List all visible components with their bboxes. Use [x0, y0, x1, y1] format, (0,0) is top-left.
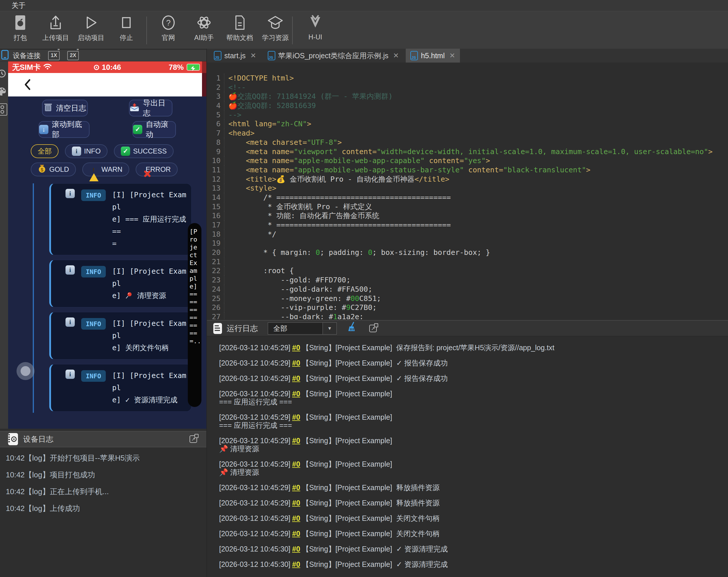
- log-ref-link[interactable]: #0: [290, 344, 302, 352]
- log-ref-link[interactable]: #0: [290, 514, 302, 522]
- run-log-entry: [2026-03-12 10:45:29]#0【String】[Project …: [219, 374, 728, 382]
- toolbar-divider: [292, 17, 293, 44]
- device-log-icon: [8, 433, 18, 445]
- run-log-entry: [2026-03-12 10:45:29]#0【String】[Project …: [219, 413, 728, 429]
- upload-icon: [48, 14, 63, 33]
- toolbar-button-help-docs[interactable]: 帮助文档: [223, 14, 257, 47]
- phone-button-scroll-bottom[interactable]: ↓滚动到底部: [38, 121, 89, 138]
- toolbar-label-h-ui: H-UI: [308, 33, 322, 41]
- code-line-23: 23 --gold: #FFD700;: [207, 275, 728, 285]
- log-ref-link[interactable]: #0: [290, 359, 302, 367]
- phone-button-auto-scroll[interactable]: ✓自动滚动: [132, 121, 176, 138]
- toolbar-button-stop[interactable]: 停止: [109, 14, 143, 47]
- filter-pill-gold[interactable]: $GOLD: [31, 163, 76, 176]
- palette-icon[interactable]: [0, 86, 7, 97]
- log-message: 释放插件资源: [396, 499, 440, 507]
- grad-cap-icon: [267, 14, 283, 33]
- log-source: 【String】[Project Example]: [302, 390, 392, 398]
- clear-log-broom-icon[interactable]: [347, 322, 357, 335]
- code-line-3: 3🍎交流QQ群: 711841924 (群一 - 苹果内测群): [207, 92, 728, 101]
- close-icon[interactable]: ✕: [251, 52, 256, 60]
- phone-button-export-log[interactable]: 导出日志: [129, 100, 173, 116]
- log-timestamp: [2026-03-12 10:45:29]: [219, 529, 290, 538]
- filter-pill-info[interactable]: iINFO: [65, 144, 107, 158]
- log-ref-link[interactable]: #0: [290, 437, 302, 445]
- toolbar-button-official-site[interactable]: ?官网: [152, 14, 185, 47]
- log-level-badge: INFO: [81, 318, 106, 330]
- toolbar-button-package[interactable]: 打包: [3, 14, 37, 47]
- back-chevron-icon[interactable]: [23, 78, 31, 92]
- run-log-filter-dropdown[interactable]: 全部 ▼: [268, 322, 337, 334]
- close-icon[interactable]: ✕: [393, 52, 399, 60]
- device-log-entry: 10:42【log】正在上传到手机...: [0, 483, 206, 500]
- tab-苹果iOS_project类综合应用示例.js[interactable]: 苹果iOS_project类综合应用示例.js✕: [263, 49, 404, 62]
- device-log-list: 10:42【log】开始打包项目--苹果H5演示10:42【log】项目打包成功…: [0, 449, 206, 517]
- filter-pill-success[interactable]: ✓SUCCESS: [114, 144, 174, 158]
- phone-button-clear-log[interactable]: 清空日志: [42, 100, 88, 116]
- log-timestamp: [2026-03-12 10:45:30]: [219, 560, 290, 568]
- log-ref-link[interactable]: #0: [290, 529, 302, 538]
- log-source: 【String】[Project Example]: [302, 529, 392, 538]
- tab-h5.html[interactable]: h5.html✕: [406, 49, 460, 62]
- devices-icon[interactable]: [0, 104, 7, 115]
- filter-pill-warn[interactable]: WARN: [82, 163, 129, 176]
- scale-2x-button[interactable]: 2X: [67, 51, 79, 60]
- phone-mirror[interactable]: 无SIM卡 ⊙ 10:46 78% 清空日志导出日志 ↓滚动到底部✓自动滚动 全…: [8, 61, 206, 429]
- log-source: 【String】[Project Example]: [302, 484, 392, 492]
- run-log-list[interactable]: [2026-03-12 10:45:29]#0【String】[Project …: [207, 337, 728, 577]
- svg-text:$: $: [41, 167, 44, 172]
- editor-tab-bar: start.js✕苹果iOS_project类综合应用示例.js✕h5.html…: [207, 49, 728, 62]
- log-timestamp: [2026-03-12 10:45:29]: [219, 437, 290, 445]
- money-icon: $: [38, 164, 46, 175]
- filter-pill-全部[interactable]: 全部: [31, 144, 58, 158]
- run-log-expand-icon[interactable]: [369, 325, 377, 332]
- toolbar-button-h-ui[interactable]: H-UI: [298, 14, 332, 47]
- log-ref-link[interactable]: #0: [290, 545, 302, 553]
- warn-icon: [89, 165, 99, 173]
- openai-icon: [196, 14, 212, 33]
- log-ref-link[interactable]: #0: [290, 390, 302, 398]
- menu-bar: 关于: [0, 0, 728, 11]
- scale-1x-button[interactable]: 1X: [48, 51, 60, 60]
- toolbar-button-start-project[interactable]: 启动项目: [74, 14, 108, 47]
- log-ref-link[interactable]: #0: [290, 460, 302, 468]
- log-ref-link[interactable]: #0: [290, 374, 302, 382]
- tab-start.js[interactable]: start.js✕: [209, 49, 261, 62]
- toolbar-label-upload-project: 上传项目: [42, 33, 69, 42]
- log-ref-link[interactable]: #0: [290, 484, 302, 492]
- toolbar-button-learning-resources[interactable]: 学习资源: [259, 14, 292, 47]
- log-timestamp: [2026-03-12 10:45:29]: [219, 460, 290, 468]
- history-icon[interactable]: [0, 68, 7, 79]
- filter-pill-error[interactable]: ERROR: [136, 163, 178, 176]
- battery-percent: 78%: [169, 63, 184, 72]
- log-ref-link[interactable]: #0: [290, 499, 302, 507]
- device-log-title: 设备日志: [23, 434, 53, 444]
- run-log-title: 运行日志: [227, 323, 258, 334]
- close-icon[interactable]: ✕: [449, 52, 455, 60]
- assistive-touch-button[interactable]: [17, 362, 34, 380]
- info-icon: i: [66, 318, 75, 327]
- log-source: 【String】[Project Example]: [302, 514, 392, 522]
- log-ref-link[interactable]: #0: [290, 413, 302, 421]
- phone-log-list[interactable]: iINFO[I] [Project Example] === 应用运行完成 ==…: [33, 183, 191, 413]
- log-timestamp: [2026-03-12 10:45:30]: [219, 545, 290, 553]
- device-log-expand-icon[interactable]: [189, 435, 197, 443]
- code-line-1: 1<!DOCTYPE html>: [207, 74, 728, 83]
- code-editor[interactable]: 1<!DOCTYPE html>2<!--3🍎交流QQ群: 711841924 …: [207, 62, 728, 319]
- battery-icon: [187, 64, 200, 71]
- phone-status-bar: 无SIM卡 ⊙ 10:46 78%: [8, 61, 206, 73]
- check-icon: ✓: [121, 146, 130, 156]
- menu-item-about[interactable]: 关于: [7, 1, 30, 10]
- log-timestamp: [2026-03-12 10:45:29]: [219, 359, 290, 367]
- log-ref-link[interactable]: #0: [290, 560, 302, 568]
- phone-log-card: iINFO[I] [Project Example] 清理资源: [49, 260, 191, 307]
- log-card-text: [I] [Project Example] 清理资源: [112, 265, 187, 302]
- play-icon: [84, 14, 98, 33]
- toolbar-label-official-site: 官网: [162, 33, 175, 42]
- toolbar-button-ai-assistant[interactable]: AI助手: [187, 14, 221, 47]
- run-log-entry: [2026-03-12 10:45:29]#0【String】[Project …: [219, 344, 728, 352]
- toolbar-button-upload-project[interactable]: 上传项目: [39, 14, 73, 47]
- toolbar-label-help-docs: 帮助文档: [226, 33, 253, 42]
- js-file-icon: [268, 51, 275, 60]
- code-line-2: 2<!--: [207, 83, 728, 92]
